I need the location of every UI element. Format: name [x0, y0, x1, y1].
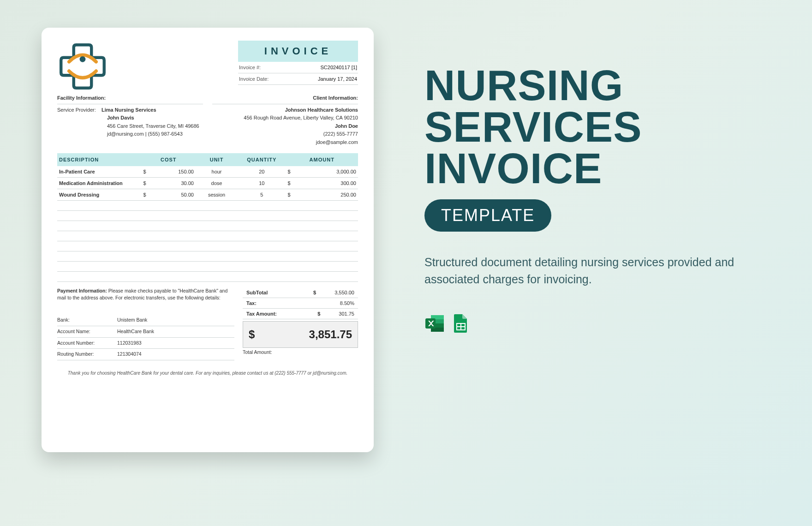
cell-qty: 10 — [238, 177, 286, 189]
cell-qty: 5 — [238, 189, 286, 200]
client-company: Johnson Healthcare Solutions — [285, 107, 358, 113]
facility-address: 456 Care Street, Traverse City, MI 49686 — [57, 122, 203, 131]
table-blank-row — [57, 251, 358, 261]
promo-description: Structured document detailing nursing se… — [424, 254, 738, 287]
promo-panel: NURSING SERVICES INVOICE TEMPLATE Struct… — [424, 28, 738, 334]
bank-label: Bank: — [57, 317, 117, 324]
table-blank-row — [57, 200, 358, 210]
invoice-number-value: SC20240117 [1] — [320, 65, 357, 70]
cell-amt-sym: $ — [286, 189, 298, 200]
grand-label: Total Amount: — [243, 349, 358, 355]
bank-details: Bank:Unistem Bank Account Name:HealthCar… — [57, 315, 234, 360]
invoice-number-label: Invoice #: — [239, 65, 261, 70]
payment-label: Payment Information: — [57, 288, 107, 293]
subtotal-sym: $ — [313, 290, 316, 295]
invoice-number-row: Invoice #: SC20240117 [1] — [238, 62, 358, 73]
subtotal-value: 3,550.00 — [334, 290, 354, 295]
cell-cost: 150.00 — [154, 166, 196, 178]
facility-heading: Facility Information: — [57, 94, 203, 104]
client-email: jdoe@sample.com — [212, 138, 358, 147]
table-blank-row — [57, 231, 358, 241]
excel-icon — [424, 313, 445, 334]
cell-cost-sym: $ — [142, 189, 154, 200]
cell-amount: 250.00 — [298, 189, 358, 200]
title-line-3: INVOICE — [424, 148, 738, 189]
account-number-value: 112031983 — [117, 340, 142, 347]
subtotal-label: SubTotal — [246, 290, 268, 295]
col-unit: UNIT — [196, 153, 238, 166]
invoice-date-row: Invoice Date: January 17, 2024 — [238, 73, 358, 85]
title-line-1: NURSING — [424, 65, 738, 106]
cell-unit: session — [196, 189, 238, 200]
cell-description: Medication Administration — [57, 177, 142, 189]
table-blank-row — [57, 221, 358, 231]
client-person: John Doe — [335, 123, 358, 129]
cell-description: In-Patient Care — [57, 166, 142, 178]
table-header: DESCRIPTION COST UNIT QUANTITY AMOUNT — [57, 153, 358, 166]
tax-amount-sym: $ — [317, 311, 320, 317]
account-name-label: Account Name: — [57, 328, 117, 335]
invoice-banner: INVOICE — [238, 41, 358, 62]
medical-cross-logo-icon — [57, 41, 108, 91]
cell-cost-sym: $ — [142, 177, 154, 189]
cell-unit: dose — [196, 177, 238, 189]
cell-unit: hour — [196, 166, 238, 178]
facility-info: Facility Information: Service Provider: … — [57, 94, 203, 147]
promo-title: NURSING SERVICES INVOICE — [424, 65, 738, 189]
invoice-date-label: Invoice Date: — [239, 76, 269, 82]
cell-qty: 20 — [238, 166, 286, 178]
client-address: 456 Rough Road Avenue, Liberty Valley, C… — [212, 114, 358, 122]
table-blank-row — [57, 261, 358, 271]
tax-label: Tax: — [246, 300, 257, 306]
client-heading: Client Information: — [212, 94, 358, 104]
table-row: Wound Dressing $ 50.00 session 5 $ 250.0… — [57, 189, 358, 200]
cell-amt-sym: $ — [286, 166, 298, 178]
tax-value: 8.50% — [340, 300, 354, 306]
invoice-header: INVOICE Invoice #: SC20240117 [1] Invoic… — [57, 41, 358, 91]
totals-box: SubTotal $3,550.00 Tax: 8.50% Tax Amount… — [243, 287, 358, 361]
col-amount: AMOUNT — [286, 153, 358, 166]
invoice-title-box: INVOICE Invoice #: SC20240117 [1] Invoic… — [238, 41, 358, 85]
table-blank-row — [57, 241, 358, 251]
grand-sym: $ — [249, 328, 255, 341]
tax-amount-value: 301.75 — [339, 311, 354, 317]
routing-number-value: 121304074 — [117, 351, 142, 358]
table-row: Medication Administration $ 30.00 dose 1… — [57, 177, 358, 189]
cell-amt-sym: $ — [286, 177, 298, 189]
payment-info: Payment Information: Please make checks … — [57, 287, 234, 361]
table-blank-row — [57, 210, 358, 221]
cell-amount: 300.00 — [298, 177, 358, 189]
format-icons — [424, 313, 738, 334]
cell-cost: 30.00 — [154, 177, 196, 189]
grand-total: $ 3,851.75 — [243, 321, 358, 348]
account-name-value: HealthCare Bank — [117, 328, 154, 335]
cell-description: Wound Dressing — [57, 189, 142, 200]
col-quantity: QUANTITY — [238, 153, 286, 166]
subtotal-row: SubTotal $3,550.00 — [243, 287, 358, 298]
col-description: DESCRIPTION — [57, 153, 142, 166]
svg-point-0 — [80, 56, 86, 62]
client-info: Client Information: Johnson Healthcare S… — [212, 94, 358, 147]
google-sheets-icon — [450, 313, 471, 334]
invoice-footer: Thank you for choosing HealthCare Bank f… — [57, 371, 358, 376]
account-number-label: Account Number: — [57, 340, 117, 347]
title-line-2: SERVICES — [424, 106, 738, 148]
service-provider-label: Service Provider: — [57, 107, 96, 113]
table-row: In-Patient Care $ 150.00 hour 20 $ 3,000… — [57, 166, 358, 178]
invoice-card: INVOICE Invoice #: SC20240117 [1] Invoic… — [42, 28, 374, 452]
line-items-table: DESCRIPTION COST UNIT QUANTITY AMOUNT In… — [57, 153, 358, 282]
invoice-date-value: January 17, 2024 — [318, 76, 357, 82]
bottom-section: Payment Information: Please make checks … — [57, 287, 358, 361]
col-cost: COST — [142, 153, 196, 166]
cell-amount: 3,000.00 — [298, 166, 358, 178]
routing-number-label: Routing Number: — [57, 351, 117, 358]
cell-cost: 50.00 — [154, 189, 196, 200]
tax-amount-row: Tax Amount: $301.75 — [243, 309, 358, 319]
info-section: Facility Information: Service Provider: … — [57, 94, 358, 147]
template-pill: TEMPLATE — [424, 199, 551, 232]
cell-cost-sym: $ — [142, 166, 154, 178]
bank-value: Unistem Bank — [117, 317, 147, 324]
client-phone: (222) 555-7777 — [212, 130, 358, 138]
tax-amount-label: Tax Amount: — [246, 311, 277, 317]
tax-row: Tax: 8.50% — [243, 298, 358, 309]
